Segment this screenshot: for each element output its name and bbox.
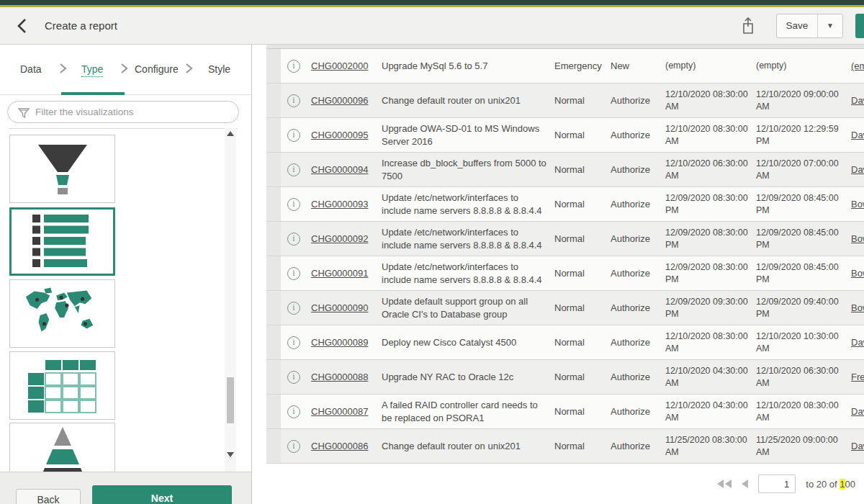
number-cell: CHG0000086	[307, 440, 377, 453]
assigned-to-link[interactable]: Dav	[851, 95, 864, 106]
thumbnail-heatmap-table[interactable]	[9, 351, 115, 420]
panel-footer: Back Next	[0, 472, 251, 504]
priority-cell: Normal	[550, 163, 606, 176]
thumbnail-world-map[interactable]	[9, 279, 115, 348]
assigned-to-link[interactable]: Bow	[851, 268, 864, 279]
state-cell: Authorize	[606, 163, 661, 176]
row-gutter	[266, 84, 281, 117]
end-date-cell: 12/10/2020 07:00:00 AM	[752, 158, 847, 182]
number-cell: CHG0002000	[307, 60, 377, 73]
info-icon[interactable]: i	[287, 163, 300, 176]
info-icon[interactable]: i	[287, 129, 300, 142]
end-date-cell: 12/10/2020 09:00:00 AM	[752, 89, 847, 113]
save-button[interactable]: Save	[777, 14, 818, 37]
row-gutter	[266, 118, 281, 152]
assigned-to-link[interactable]: Dav	[851, 406, 864, 417]
thumbnail-list-chart[interactable]	[9, 207, 115, 276]
previous-page-icon[interactable]	[742, 480, 748, 488]
record-number-link[interactable]: CHG0000096	[311, 95, 369, 106]
short-description-cell: Update default support group on all Orac…	[377, 295, 550, 320]
start-date-cell: 12/10/2020 08:30:00 AM	[661, 123, 752, 148]
info-icon[interactable]: i	[287, 371, 300, 384]
step-data[interactable]: Data	[20, 63, 42, 75]
page-number-input[interactable]	[758, 474, 796, 493]
info-icon[interactable]: i	[287, 336, 300, 349]
assigned-cell: Bow	[847, 302, 864, 315]
end-date-cell: 12/09/2020 08:45:00 PM	[752, 227, 847, 251]
visualization-filter	[7, 101, 239, 123]
assigned-to-link[interactable]: Dav	[851, 441, 864, 451]
save-dropdown-caret[interactable]: ▼	[818, 14, 842, 37]
record-number-link[interactable]: CHG0000094	[311, 164, 369, 175]
funnel-chart-icon	[27, 139, 99, 199]
info-icon[interactable]: i	[287, 198, 300, 211]
record-number-link[interactable]: CHG0000090	[311, 302, 369, 313]
thumbnail-pyramid-chart[interactable]	[9, 423, 115, 472]
first-page-icon[interactable]	[717, 480, 732, 488]
page-title: Create a report	[45, 7, 117, 45]
record-number-link[interactable]: CHG0000089	[311, 337, 369, 348]
filter-funnel-icon	[17, 107, 30, 120]
assigned-to-link[interactable]: Bow	[851, 302, 864, 313]
step-configure[interactable]: Configure	[135, 63, 179, 75]
info-icon[interactable]: i	[287, 405, 300, 418]
info-cell: i	[281, 129, 307, 142]
save-split-button: Save ▼	[776, 14, 843, 38]
info-icon[interactable]: i	[287, 440, 300, 453]
list-divider	[9, 128, 238, 129]
assigned-to-link[interactable]: (empty)	[851, 60, 864, 71]
record-number-link[interactable]: CHG0000093	[311, 199, 369, 210]
assigned-cell: Dav	[847, 336, 864, 349]
pagination-range-label: to 20 of 100	[806, 479, 855, 490]
info-cell: i	[281, 163, 307, 176]
highlighted-digit: 1	[840, 479, 845, 490]
info-icon[interactable]: i	[287, 94, 300, 107]
record-number-link[interactable]: CHG0000092	[311, 233, 369, 244]
number-cell: CHG0000092	[307, 233, 377, 246]
row-gutter	[266, 291, 281, 325]
chevron-right-icon	[59, 63, 67, 77]
clipped-edge-button[interactable]	[855, 14, 864, 38]
active-step-indicator	[61, 92, 125, 95]
scrollbar-thumb[interactable]	[227, 377, 234, 423]
record-number-link[interactable]: CHG0000087	[311, 406, 369, 417]
short-description-cell: Change default router on unix201	[377, 440, 550, 453]
scroll-up-icon[interactable]	[227, 131, 234, 136]
record-number-link[interactable]: CHG0000091	[311, 268, 369, 279]
back-button[interactable]: Back	[16, 489, 81, 504]
info-icon[interactable]: i	[287, 233, 300, 246]
assigned-to-link[interactable]: Bow	[851, 199, 864, 210]
start-date-cell: 12/09/2020 08:30:00 PM	[661, 227, 752, 251]
info-icon[interactable]: i	[287, 302, 300, 315]
row-gutter	[266, 49, 281, 83]
thumbnail-scrollbar[interactable]	[225, 128, 236, 472]
record-number-link[interactable]: CHG0000086	[311, 441, 369, 451]
filter-input[interactable]	[35, 102, 233, 122]
assigned-cell: Dav	[847, 405, 864, 418]
next-button[interactable]: Next	[92, 485, 232, 504]
start-date-cell: 12/10/2020 08:30:00 AM	[661, 89, 752, 113]
share-icon[interactable]	[740, 17, 756, 38]
info-icon[interactable]: i	[287, 60, 300, 73]
priority-cell: Normal	[550, 94, 606, 107]
assigned-to-link[interactable]: Dav	[851, 337, 864, 348]
assigned-to-link[interactable]: Dav	[851, 130, 864, 140]
browser-top-strip	[0, 0, 864, 5]
world-map-icon	[20, 284, 105, 344]
short-description-cell: Change default router on unix201	[377, 94, 550, 107]
assigned-to-link[interactable]: Bow	[851, 233, 864, 244]
row-gutter	[266, 153, 281, 186]
record-number-link[interactable]: CHG0000088	[311, 372, 369, 382]
record-number-link[interactable]: CHG0002000	[311, 60, 369, 71]
assigned-to-link[interactable]: Dav	[851, 164, 864, 175]
info-icon[interactable]: i	[287, 267, 300, 280]
back-arrow-icon[interactable]	[16, 18, 27, 37]
app-header: Create a report Save ▼	[0, 7, 864, 45]
scroll-down-icon[interactable]	[227, 452, 234, 457]
record-number-link[interactable]: CHG0000095	[311, 130, 369, 140]
number-cell: CHG0000094	[307, 163, 377, 176]
assigned-to-link[interactable]: Fre	[851, 372, 864, 382]
step-type[interactable]: Type	[81, 63, 103, 77]
step-style[interactable]: Style	[208, 63, 230, 75]
thumbnail-funnel-chart[interactable]	[9, 135, 115, 203]
